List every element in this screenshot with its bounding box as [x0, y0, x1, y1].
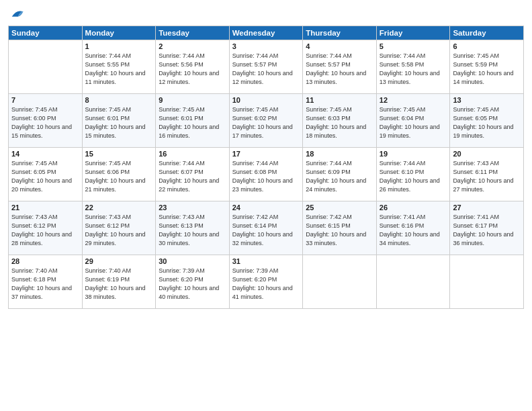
calendar-cell: 19Sunrise: 7:44 AMSunset: 6:10 PMDayligh… — [376, 148, 450, 201]
calendar-cell: 10Sunrise: 7:45 AMSunset: 6:02 PMDayligh… — [229, 94, 303, 148]
calendar-week-row: 14Sunrise: 7:45 AMSunset: 6:05 PMDayligh… — [9, 148, 524, 201]
calendar-cell: 29Sunrise: 7:40 AMSunset: 6:19 PMDayligh… — [82, 255, 156, 309]
day-detail: Sunrise: 7:44 AMSunset: 5:55 PMDaylight:… — [85, 52, 153, 87]
day-detail: Sunrise: 7:41 AMSunset: 6:16 PMDaylight:… — [380, 213, 447, 248]
calendar-cell — [9, 40, 83, 94]
calendar-week-row: 7Sunrise: 7:45 AMSunset: 6:00 PMDaylight… — [9, 94, 524, 148]
weekday-header-wednesday: Wednesday — [229, 26, 303, 40]
day-number: 29 — [85, 257, 153, 265]
calendar-cell: 28Sunrise: 7:40 AMSunset: 6:18 PMDayligh… — [9, 255, 83, 309]
calendar-cell: 26Sunrise: 7:41 AMSunset: 6:16 PMDayligh… — [376, 201, 450, 255]
day-number: 14 — [11, 150, 79, 158]
calendar-week-row: 28Sunrise: 7:40 AMSunset: 6:18 PMDayligh… — [9, 255, 524, 309]
day-detail: Sunrise: 7:45 AMSunset: 5:59 PMDaylight:… — [453, 52, 521, 87]
page-container: SundayMondayTuesdayWednesdayThursdayFrid… — [0, 0, 532, 314]
calendar-cell: 23Sunrise: 7:43 AMSunset: 6:13 PMDayligh… — [156, 201, 230, 255]
day-number: 25 — [306, 203, 373, 212]
day-detail: Sunrise: 7:42 AMSunset: 6:14 PMDaylight:… — [232, 213, 300, 248]
day-detail: Sunrise: 7:44 AMSunset: 5:57 PMDaylight:… — [232, 52, 300, 87]
calendar-cell: 8Sunrise: 7:45 AMSunset: 6:01 PMDaylight… — [82, 94, 156, 148]
calendar-cell: 17Sunrise: 7:44 AMSunset: 6:08 PMDayligh… — [229, 148, 303, 201]
calendar-week-row: 1Sunrise: 7:44 AMSunset: 5:55 PMDaylight… — [9, 40, 524, 94]
weekday-header-tuesday: Tuesday — [156, 26, 230, 40]
weekday-header-thursday: Thursday — [303, 26, 377, 40]
day-number: 5 — [380, 42, 447, 50]
day-number: 15 — [85, 150, 153, 158]
day-detail: Sunrise: 7:43 AMSunset: 6:11 PMDaylight:… — [453, 159, 521, 194]
day-detail: Sunrise: 7:43 AMSunset: 6:12 PMDaylight:… — [11, 213, 79, 248]
weekday-header-sunday: Sunday — [9, 26, 83, 40]
day-detail: Sunrise: 7:44 AMSunset: 6:10 PMDaylight:… — [380, 159, 447, 194]
calendar-cell: 6Sunrise: 7:45 AMSunset: 5:59 PMDaylight… — [450, 40, 524, 94]
calendar-cell: 15Sunrise: 7:45 AMSunset: 6:06 PMDayligh… — [82, 148, 156, 201]
day-detail: Sunrise: 7:43 AMSunset: 6:12 PMDaylight:… — [85, 213, 153, 248]
weekday-header-row: SundayMondayTuesdayWednesdayThursdayFrid… — [9, 26, 524, 40]
calendar-cell: 4Sunrise: 7:44 AMSunset: 5:57 PMDaylight… — [303, 40, 377, 94]
day-detail: Sunrise: 7:44 AMSunset: 5:56 PMDaylight:… — [159, 52, 226, 87]
calendar-cell: 9Sunrise: 7:45 AMSunset: 6:01 PMDaylight… — [156, 94, 230, 148]
day-number: 1 — [85, 42, 153, 50]
calendar-cell: 13Sunrise: 7:45 AMSunset: 6:05 PMDayligh… — [450, 94, 524, 148]
day-number: 7 — [11, 96, 79, 104]
calendar-cell: 21Sunrise: 7:43 AMSunset: 6:12 PMDayligh… — [9, 201, 83, 255]
day-number: 4 — [306, 42, 373, 50]
day-number: 10 — [232, 96, 300, 104]
day-number: 26 — [380, 203, 447, 212]
calendar-week-row: 21Sunrise: 7:43 AMSunset: 6:12 PMDayligh… — [9, 201, 524, 255]
calendar-cell: 14Sunrise: 7:45 AMSunset: 6:05 PMDayligh… — [9, 148, 83, 201]
logo — [8, 7, 24, 21]
calendar-cell: 2Sunrise: 7:44 AMSunset: 5:56 PMDaylight… — [156, 40, 230, 94]
day-number: 23 — [159, 203, 226, 212]
calendar-cell: 5Sunrise: 7:44 AMSunset: 5:58 PMDaylight… — [376, 40, 450, 94]
calendar-cell: 12Sunrise: 7:45 AMSunset: 6:04 PMDayligh… — [376, 94, 450, 148]
day-detail: Sunrise: 7:40 AMSunset: 6:18 PMDaylight:… — [11, 267, 79, 302]
day-detail: Sunrise: 7:45 AMSunset: 6:06 PMDaylight:… — [85, 159, 153, 194]
day-number: 20 — [453, 150, 521, 158]
day-detail: Sunrise: 7:45 AMSunset: 6:02 PMDaylight:… — [232, 105, 300, 140]
day-number: 3 — [232, 42, 300, 50]
calendar-cell: 7Sunrise: 7:45 AMSunset: 6:00 PMDaylight… — [9, 94, 83, 148]
day-detail: Sunrise: 7:45 AMSunset: 6:00 PMDaylight:… — [11, 105, 79, 140]
day-number: 13 — [453, 96, 521, 104]
calendar-cell: 1Sunrise: 7:44 AMSunset: 5:55 PMDaylight… — [82, 40, 156, 94]
day-detail: Sunrise: 7:45 AMSunset: 6:01 PMDaylight:… — [159, 105, 226, 140]
day-detail: Sunrise: 7:45 AMSunset: 6:05 PMDaylight:… — [453, 105, 521, 140]
day-detail: Sunrise: 7:39 AMSunset: 6:20 PMDaylight:… — [159, 267, 226, 302]
day-number: 12 — [380, 96, 447, 104]
day-number: 2 — [159, 42, 226, 50]
weekday-header-friday: Friday — [376, 26, 450, 40]
day-detail: Sunrise: 7:43 AMSunset: 6:13 PMDaylight:… — [159, 213, 226, 248]
calendar-cell — [450, 255, 524, 309]
calendar-cell: 25Sunrise: 7:42 AMSunset: 6:15 PMDayligh… — [303, 201, 377, 255]
calendar-cell: 3Sunrise: 7:44 AMSunset: 5:57 PMDaylight… — [229, 40, 303, 94]
day-number: 16 — [159, 150, 226, 158]
day-number: 6 — [453, 42, 521, 50]
calendar-cell: 16Sunrise: 7:44 AMSunset: 6:07 PMDayligh… — [156, 148, 230, 201]
calendar-cell: 18Sunrise: 7:44 AMSunset: 6:09 PMDayligh… — [303, 148, 377, 201]
calendar-cell: 20Sunrise: 7:43 AMSunset: 6:11 PMDayligh… — [450, 148, 524, 201]
day-number: 9 — [159, 96, 226, 104]
calendar-cell: 30Sunrise: 7:39 AMSunset: 6:20 PMDayligh… — [156, 255, 230, 309]
day-detail: Sunrise: 7:44 AMSunset: 5:58 PMDaylight:… — [380, 52, 447, 87]
calendar-cell — [376, 255, 450, 309]
day-number: 27 — [453, 203, 521, 212]
day-number: 18 — [306, 150, 373, 158]
logo-icon — [9, 7, 24, 21]
day-detail: Sunrise: 7:40 AMSunset: 6:19 PMDaylight:… — [85, 267, 153, 302]
day-number: 31 — [232, 257, 300, 265]
calendar-cell: 31Sunrise: 7:39 AMSunset: 6:20 PMDayligh… — [229, 255, 303, 309]
day-detail: Sunrise: 7:44 AMSunset: 6:07 PMDaylight:… — [159, 159, 226, 194]
day-detail: Sunrise: 7:45 AMSunset: 6:01 PMDaylight:… — [85, 105, 153, 140]
day-detail: Sunrise: 7:45 AMSunset: 6:04 PMDaylight:… — [380, 105, 447, 140]
day-detail: Sunrise: 7:45 AMSunset: 6:05 PMDaylight:… — [11, 159, 79, 194]
day-number: 28 — [11, 257, 79, 265]
day-number: 11 — [306, 96, 373, 104]
day-detail: Sunrise: 7:44 AMSunset: 5:57 PMDaylight:… — [306, 52, 373, 87]
calendar-cell — [303, 255, 377, 309]
day-number: 24 — [232, 203, 300, 212]
header — [8, 7, 524, 21]
day-detail: Sunrise: 7:44 AMSunset: 6:09 PMDaylight:… — [306, 159, 373, 194]
day-number: 19 — [380, 150, 447, 158]
day-detail: Sunrise: 7:39 AMSunset: 6:20 PMDaylight:… — [232, 267, 300, 302]
day-detail: Sunrise: 7:42 AMSunset: 6:15 PMDaylight:… — [306, 213, 373, 248]
